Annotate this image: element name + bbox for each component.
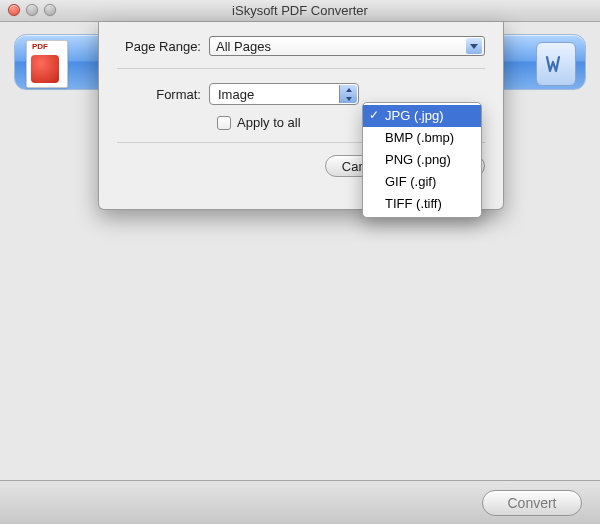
titlebar: iSkysoft PDF Converter (0, 0, 600, 22)
bottom-bar: Convert (0, 480, 600, 524)
page-range-value: All Pages (216, 39, 271, 54)
chevron-down-icon (466, 38, 482, 54)
menu-item-png[interactable]: PNG (.png) (363, 149, 481, 171)
output-format-icon (536, 42, 576, 86)
page-range-dropdown[interactable]: All Pages (209, 36, 485, 56)
menu-item-gif[interactable]: GIF (.gif) (363, 171, 481, 193)
workspace: PDF Page Range: All Pages Format: Image (0, 22, 600, 480)
menu-item-label: BMP (.bmp) (385, 130, 454, 145)
menu-item-bmp[interactable]: BMP (.bmp) (363, 127, 481, 149)
format-stepper-icon (339, 85, 357, 103)
format-dropdown[interactable]: Image (209, 83, 359, 105)
image-format-menu[interactable]: JPG (.jpg) BMP (.bmp) PNG (.png) GIF (.g… (362, 102, 482, 218)
apply-to-all-label: Apply to all (237, 115, 301, 130)
pdf-source-label: PDF (30, 42, 50, 51)
page-range-label: Page Range: (99, 39, 209, 54)
convert-button[interactable]: Convert (482, 490, 582, 516)
convert-button-label: Convert (507, 495, 556, 511)
window-title: iSkysoft PDF Converter (232, 3, 368, 18)
format-value: Image (218, 87, 254, 102)
minimize-icon[interactable] (26, 4, 38, 16)
close-icon[interactable] (8, 4, 20, 16)
divider (117, 68, 485, 69)
menu-item-label: PNG (.png) (385, 152, 451, 167)
word-icon (544, 52, 568, 76)
menu-item-tiff[interactable]: TIFF (.tiff) (363, 193, 481, 215)
menu-item-label: JPG (.jpg) (385, 108, 444, 123)
zoom-icon[interactable] (44, 4, 56, 16)
apply-to-all-checkbox[interactable] (217, 116, 231, 130)
menu-item-jpg[interactable]: JPG (.jpg) (363, 105, 481, 127)
format-label: Format: (99, 87, 209, 102)
menu-item-label: GIF (.gif) (385, 174, 436, 189)
window-controls (8, 4, 56, 16)
menu-item-label: TIFF (.tiff) (385, 196, 442, 211)
